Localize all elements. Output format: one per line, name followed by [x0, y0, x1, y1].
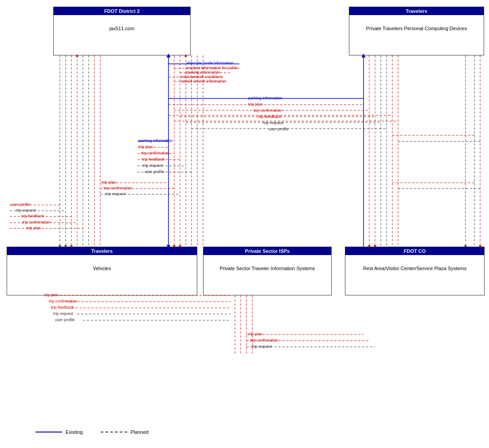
fdot-co-body: Rest Area/Visitor Center/Service Plaza S… [345, 255, 484, 282]
travelers-vehicles-header: Travelers [7, 247, 197, 255]
label-trip-request-left: trip request [16, 208, 36, 212]
connection-lines [0, 0, 489, 448]
label-trip-confirm-1: trip confirmation [254, 108, 282, 113]
label-road-network: road network conditions [181, 75, 223, 79]
label-trip-request-3: trip request [106, 192, 125, 196]
label-trip-feedback-1: trip feedback [258, 114, 281, 119]
diagram-container: FDOT District 2 jax511.com Travelers Pri… [0, 0, 489, 448]
label-parking-info-top: parking information [186, 70, 220, 75]
travelers-private-header: Travelers [349, 7, 484, 15]
label-trip-feedback-bottom: trip feedback [51, 305, 74, 310]
node-fdot-district2: FDOT District 2 jax511.com [53, 7, 191, 55]
legend-planned-label: Planned [131, 429, 149, 435]
label-trip-confirm-2: trip confirmation [141, 151, 169, 155]
fdot-district2-header: FDOT District 2 [54, 7, 190, 15]
label-trip-request-bottom: trip request [53, 311, 73, 316]
legend-existing: Existing [35, 429, 83, 435]
label-alt-mode: alternate mode information [186, 61, 234, 65]
node-fdot-co: FDOT CO Rest Area/Visitor Center/Service… [345, 247, 485, 295]
label-parking-info-mid: parking information [248, 96, 282, 100]
label-user-profile-bottom: user profile [55, 318, 75, 322]
legend-existing-label: Existing [66, 429, 83, 435]
label-trip-confirm-left: trip confirmation [22, 220, 51, 224]
private-sector-isps-header: Private Sector ISPs [203, 247, 331, 255]
private-sector-isps-body: Private Sector Traveler Information Syst… [203, 255, 331, 282]
label-trip-plan-left: trip plan [27, 226, 41, 230]
label-trip-request-isps: trip request [252, 344, 272, 349]
fdot-district2-body: jax511.com [54, 15, 190, 42]
label-trip-plan-1: trip plan [248, 102, 262, 106]
node-travelers-vehicles: Travelers Vehicles [7, 247, 197, 295]
travelers-private-body: Private Travelers Personal Computing Dev… [349, 15, 484, 42]
label-trip-feedback-left: trip feedback [21, 214, 44, 218]
label-trip-request-2: trip request [143, 163, 163, 168]
legend-existing-line [35, 432, 62, 432]
legend-planned: Planned [101, 429, 149, 435]
label-trip-plan-bottom: trip plan [44, 293, 59, 297]
label-trip-plan-isps: trip plan [248, 332, 262, 336]
label-trip-request-1: trip request [263, 121, 283, 125]
label-user-profile-1: user profile [269, 127, 289, 131]
label-trip-confirm-bottom: trip confirmation [49, 299, 77, 303]
travelers-vehicles-body: Vehicles [7, 255, 197, 282]
label-parking-info-2: parking information [139, 138, 173, 143]
label-trip-plan-3: trip plan [102, 180, 116, 185]
label-trip-feedback-2: trip feedback [142, 157, 165, 161]
label-trip-confirm-isps: trip confirmation [250, 338, 278, 342]
legend-planned-line [101, 432, 127, 432]
node-travelers-private: Travelers Private Travelers Personal Com… [349, 7, 484, 55]
fdot-co-header: FDOT CO [345, 247, 484, 255]
label-transit-service: transit service information [181, 79, 227, 83]
legend: Existing Planned [35, 429, 149, 435]
label-trip-confirm-3: trip confirmation [104, 186, 132, 190]
label-user-profile-left: user profile [11, 202, 31, 207]
label-user-profile-2: user profile [145, 169, 164, 174]
node-private-sector-isps: Private Sector ISPs Private Sector Trave… [203, 247, 332, 295]
label-trip-plan-2: trip plan [139, 145, 153, 149]
label-incident-info: incident information for public [186, 66, 238, 70]
